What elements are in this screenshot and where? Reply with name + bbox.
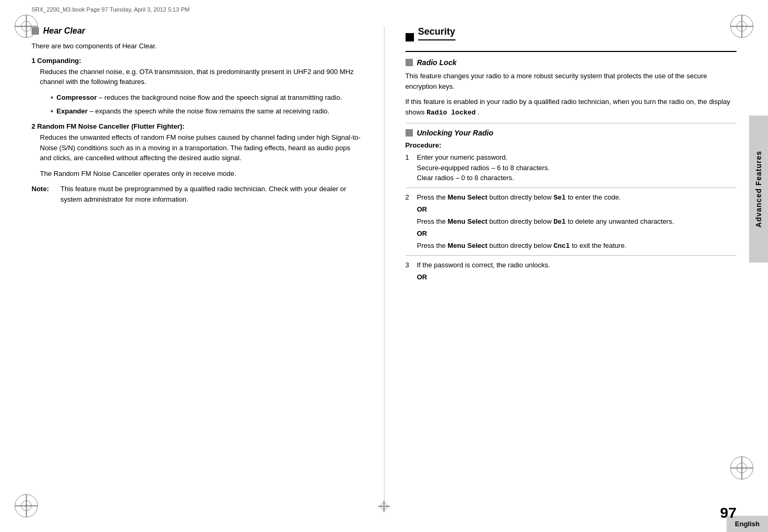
step-3-row: 3 If the password is correct, the radio … (406, 260, 737, 284)
step-1-row: 1 Enter your numeric password. Secure-eq… (406, 152, 737, 183)
cncl-mono: Cncl (554, 242, 570, 250)
step-2-content: Press the Menu Select button directly be… (417, 192, 737, 252)
step-2-num: 2 (406, 192, 413, 252)
random-fm-num: 2 (32, 122, 35, 130)
radio-lock-para2: If this feature is enabled in your radio… (406, 97, 737, 118)
companding-bullets: • Compressor – reduces the background no… (50, 92, 363, 118)
bottom-tab-label: English (735, 520, 760, 528)
unlocking-heading: Unlocking Your Radio (406, 129, 737, 137)
compressor-text: – reduces the background noise flow and … (99, 93, 342, 101)
file-info: SRX_2200_M3.book Page 97 Tuesday, April … (32, 6, 190, 13)
bullet-dot-1: • (50, 92, 54, 103)
right-column: Security Radio Lock This feature changes… (385, 26, 737, 500)
hear-clear-title: Hear Clear (43, 26, 85, 36)
bullet-expander-text: Expander – expands the speech while the … (57, 106, 330, 117)
companding-body: Reduces the channel noise, e.g. OTA tran… (40, 67, 363, 118)
step-1-content: Enter your numeric password. Secure-equi… (417, 152, 737, 183)
compressor-term: Compressor (57, 93, 97, 101)
step-3-content: If the password is correct, the radio un… (417, 260, 737, 284)
step-3-num: 3 (406, 260, 413, 284)
bullet-compressor-text: Compressor – reduces the background nois… (57, 92, 342, 103)
menu-select-1: Menu Select (448, 193, 487, 201)
random-fm-header: 2 Random FM Noise Canceller (Flutter Fig… (32, 122, 363, 130)
note-label: Note: (32, 184, 55, 204)
step-3-or: OR (417, 272, 737, 283)
security-title: Security (418, 26, 455, 40)
step-2-row: 2 Press the Menu Select button directly … (406, 192, 737, 252)
side-tab: Advanced Features (749, 116, 768, 263)
hear-clear-icon (32, 27, 39, 35)
expander-text: – expands the speech while the noise flo… (89, 107, 329, 115)
step-3-line-1: If the password is correct, the radio un… (417, 260, 737, 270)
menu-select-3: Menu Select (448, 242, 487, 249)
step-1-line-3: Clear radios – 0 to 8 characters. (417, 173, 737, 183)
note-text: This feature must be preprogrammed by a … (60, 184, 363, 204)
companding-title: Companding: (37, 57, 81, 65)
crosshair-bottom-center (378, 500, 390, 512)
step-2: 2 Press the Menu Select button directly … (406, 192, 737, 256)
companding-num: 1 (32, 57, 35, 65)
radio-lock-icon (406, 59, 413, 66)
step-1: 1 Enter your numeric password. Secure-eq… (406, 152, 737, 188)
random-fm-body: Reduces the unwanted effects of random F… (40, 132, 363, 179)
step-3: 3 If the password is correct, the radio … (406, 260, 737, 288)
unlocking-title: Unlocking Your Radio (417, 129, 493, 137)
expander-term: Expander (57, 107, 88, 115)
security-icon (406, 33, 414, 41)
procedure-label: Procedure: (406, 141, 737, 149)
hear-clear-intro: There are two components of Hear Clear. (32, 41, 363, 51)
side-tab-text: Advanced Features (754, 151, 763, 227)
left-column: Hear Clear There are two components of H… (32, 26, 385, 500)
radio-lock-title: Radio Lock (417, 58, 456, 67)
content-area: Hear Clear There are two components of H… (32, 26, 736, 500)
step-1-line-1: Enter your numeric password. (417, 152, 737, 163)
menu-select-2: Menu Select (448, 217, 487, 225)
radio-lock-para1: This feature changes your radio to a mor… (406, 71, 737, 91)
note-section: Note: This feature must be preprogrammed… (32, 184, 363, 204)
para2-end: . (478, 108, 480, 116)
bullet-dot-2: • (50, 106, 54, 117)
security-header: Security (406, 26, 737, 52)
companding-header: 1 Companding: (32, 57, 363, 65)
hear-clear-heading: Hear Clear (32, 26, 363, 36)
unlocking-icon (406, 129, 413, 137)
del-mono: Del (554, 218, 566, 226)
random-fm-title: Random FM Noise Canceller (Flutter Fight… (37, 122, 184, 130)
item-companding: 1 Companding: Reduces the channel noise,… (32, 57, 363, 118)
sel-mono: Sel (554, 194, 566, 202)
step-2-line-cncl: Press the Menu Select button directly be… (417, 241, 737, 252)
step-2-line-del: Press the Menu Select button directly be… (417, 216, 737, 227)
page-number: 97 (720, 505, 736, 521)
page-container: SRX_2200_M3.book Page 97 Tuesday, April … (0, 0, 768, 532)
random-fm-extra: The Random FM Noise Canceller operates o… (40, 169, 363, 179)
or-1: OR (417, 204, 737, 215)
item-random-fm: 2 Random FM Noise Canceller (Flutter Fig… (32, 122, 363, 179)
step-1-num: 1 (406, 152, 413, 183)
random-fm-text: Reduces the unwanted effects of random F… (40, 132, 363, 163)
or-2: OR (417, 228, 737, 239)
radio-locked-mono: Radio locked (427, 109, 476, 117)
divider-1 (406, 123, 737, 123)
step-1-line-2: Secure-equipped radios – 6 to 8 characte… (417, 163, 737, 173)
radio-lock-heading: Radio Lock (406, 58, 737, 67)
bullet-compressor: • Compressor – reduces the background no… (50, 92, 363, 103)
bullet-expander: • Expander – expands the speech while th… (50, 106, 363, 117)
step-2-line-sel: Press the Menu Select button directly be… (417, 192, 737, 203)
companding-text: Reduces the channel noise, e.g. OTA tran… (40, 67, 363, 87)
top-bar: SRX_2200_M3.book Page 97 Tuesday, April … (32, 6, 190, 13)
